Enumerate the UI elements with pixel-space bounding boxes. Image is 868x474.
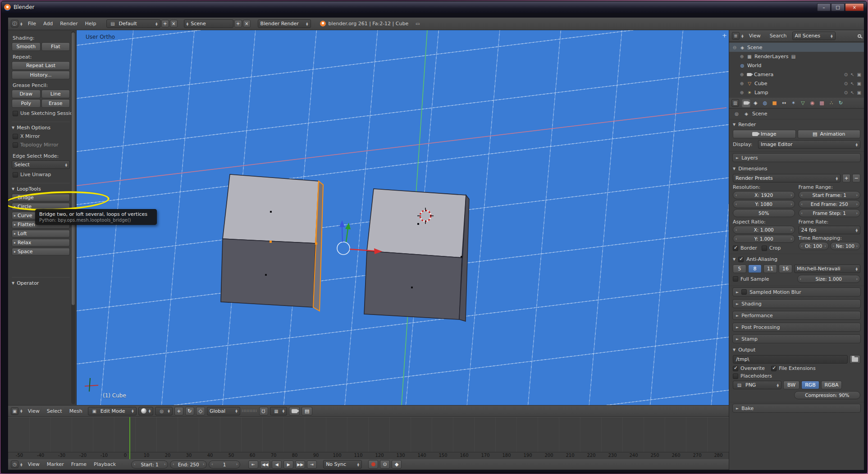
- cube-right-top-face[interactable]: [367, 189, 466, 258]
- aa-size-field[interactable]: ‹Size: 1.000›: [797, 275, 861, 283]
- 3d-viewport[interactable]: User Ortho (1) Cube +: [77, 30, 729, 405]
- aa-checkbox[interactable]: [738, 257, 744, 262]
- render-presets-dropdown[interactable]: Render Presets ▲▼: [733, 174, 841, 182]
- bake-panel-header[interactable]: ►Bake: [732, 404, 861, 413]
- start-frame-field[interactable]: ‹Start Frame: 1›: [799, 191, 861, 199]
- stamp-panel-header[interactable]: ►Stamp: [732, 334, 861, 343]
- expand-arrow-icon[interactable]: ▸: [14, 223, 16, 227]
- delete-layout-button[interactable]: ×: [170, 20, 178, 27]
- collapse-icon[interactable]: ⊖: [732, 45, 737, 50]
- pin-icon[interactable]: ◎: [733, 110, 740, 118]
- selectability-icon[interactable]: ↖: [850, 72, 854, 77]
- play-button[interactable]: ▶: [283, 460, 293, 469]
- editor-chooser-arrows-icon[interactable]: ▲▼: [20, 409, 23, 413]
- motion-blur-panel-header[interactable]: ► Sampled Motion Blur: [732, 287, 861, 296]
- line-button[interactable]: Line: [41, 90, 70, 98]
- delete-scene-button[interactable]: ×: [243, 20, 251, 27]
- compression-slider[interactable]: Compression: 90%: [794, 391, 860, 399]
- scene-dropdown[interactable]: ▲▼ Scene: [184, 19, 233, 28]
- expand-arrow-icon[interactable]: ▸: [14, 205, 16, 209]
- render-image-button[interactable]: Image: [733, 130, 796, 138]
- anti-aliasing-panel-header[interactable]: ▼ Anti-Aliasing: [729, 254, 864, 264]
- aa-samples-8-button[interactable]: 8: [748, 264, 762, 273]
- flat-button[interactable]: Flat: [41, 42, 70, 51]
- face-dot[interactable]: [265, 274, 267, 276]
- border-checkbox[interactable]: Border: [733, 245, 757, 251]
- menu-item[interactable]: View: [24, 460, 43, 468]
- looptools-button[interactable]: ▸ Loft: [12, 230, 70, 237]
- render-opengl-anim-button[interactable]: ▤: [302, 407, 312, 415]
- motion-blur-checkbox[interactable]: [741, 289, 747, 295]
- layers-panel-header[interactable]: ►Layers: [732, 153, 861, 162]
- modifiers-tab[interactable]: ✶: [789, 99, 798, 107]
- face-dot[interactable]: [411, 287, 413, 288]
- world-tab[interactable]: ◍: [761, 99, 769, 107]
- outliner-row-world[interactable]: ◍ World: [729, 61, 864, 70]
- window-duplicate-icon[interactable]: ▭: [414, 20, 421, 27]
- output-path-field[interactable]: /tmp\: [733, 355, 848, 364]
- aa-filter-dropdown[interactable]: Mitchell-Netravali ▲▼: [794, 264, 860, 273]
- shading-panel-header[interactable]: ►Shading: [732, 299, 861, 308]
- rgb-button[interactable]: RGB: [801, 381, 819, 389]
- titlebar[interactable]: Blender – □ ×: [1, 1, 867, 13]
- outliner-display-dropdown[interactable]: All Scenes ▲▼: [792, 32, 836, 40]
- repeat-last-button[interactable]: Repeat Last: [12, 61, 70, 70]
- resolution-y-field[interactable]: ‹Y: 1080›: [733, 200, 795, 208]
- render-panel-header[interactable]: ▼Render: [729, 119, 864, 129]
- menu-item[interactable]: Marker: [43, 460, 68, 468]
- next-keyframe-button[interactable]: ▶▶: [295, 460, 305, 469]
- looptools-panel-header[interactable]: ▼ LoopTools: [12, 183, 70, 192]
- outliner-row-camera[interactable]: ⊕ Camera ⊙ ↖ ▣: [729, 70, 864, 79]
- looptools-button[interactable]: ▸ Space: [12, 248, 70, 255]
- looptools-button[interactable]: ▸ Bridge: [12, 194, 70, 201]
- manipulator-translate-button[interactable]: +: [174, 407, 183, 415]
- render-animation-button[interactable]: ▤ Animation: [798, 130, 861, 138]
- menu-item[interactable]: Add: [40, 20, 56, 27]
- fps-dropdown[interactable]: 24 fps ▲▼: [799, 226, 861, 234]
- orientation-dropdown[interactable]: Global ▲▼: [207, 407, 240, 415]
- viewport-shading-dropdown[interactable]: ▲▼: [138, 407, 154, 415]
- snap-element-dropdown[interactable]: ▦ ▲▼: [270, 407, 288, 415]
- expand-arrow-icon[interactable]: ▸: [14, 250, 16, 254]
- play-reverse-button[interactable]: ◀: [272, 460, 282, 469]
- overwrite-checkbox[interactable]: Overwrite: [733, 365, 765, 371]
- add-preset-button[interactable]: +: [842, 174, 850, 182]
- menu-item[interactable]: View: [24, 407, 43, 415]
- object-tab[interactable]: ■: [770, 99, 779, 107]
- end-frame-field[interactable]: ‹End Frame: 250›: [799, 200, 861, 208]
- aspect-x-field[interactable]: ‹X: 1.000›: [733, 226, 795, 234]
- placeholders-checkbox[interactable]: Placeholders: [733, 373, 772, 379]
- expand-arrow-icon[interactable]: ▸: [14, 196, 16, 200]
- remap-new-field[interactable]: ‹Ne: 100›: [830, 242, 860, 250]
- expand-arrow-icon[interactable]: ▸: [14, 241, 16, 245]
- selectability-icon[interactable]: ↖: [850, 90, 854, 95]
- editor-chooser-arrows-icon[interactable]: ▲▼: [20, 463, 23, 466]
- selectability-icon[interactable]: ↖: [850, 81, 854, 86]
- post-processing-panel-header[interactable]: ►Post Processing: [732, 323, 861, 332]
- aspect-y-field[interactable]: ‹Y: 1.000›: [733, 235, 795, 243]
- resolution-percent-slider[interactable]: 50%: [733, 209, 795, 217]
- smooth-button[interactable]: Smooth: [12, 42, 41, 51]
- timeline-ruler[interactable]: -50-40-30-20-100102030405060708090100110…: [8, 452, 729, 459]
- add-layout-button[interactable]: +: [161, 20, 169, 27]
- expand-icon[interactable]: ⊕: [739, 72, 745, 77]
- region-expand-icon[interactable]: +: [722, 32, 727, 39]
- viewport-scene[interactable]: [77, 30, 726, 405]
- sync-dropdown[interactable]: No Sync ▲▼: [323, 460, 362, 469]
- snap-toggle-button[interactable]: Ω: [259, 407, 268, 415]
- selected-vertex-dot[interactable]: [315, 242, 317, 245]
- remove-preset-button[interactable]: −: [852, 174, 860, 182]
- current-frame-indicator[interactable]: [129, 417, 130, 459]
- close-button[interactable]: ×: [845, 3, 864, 11]
- cube-right-front-face[interactable]: [364, 251, 462, 319]
- expand-icon[interactable]: ⊕: [739, 54, 745, 59]
- aa-samples-11-button[interactable]: 11: [763, 264, 777, 273]
- crop-checkbox[interactable]: Crop: [762, 245, 781, 251]
- add-scene-button[interactable]: +: [234, 20, 242, 27]
- menu-item[interactable]: File: [24, 20, 40, 27]
- renderability-icon[interactable]: ▣: [857, 90, 861, 95]
- selected-vertex-dot[interactable]: [270, 241, 272, 243]
- visibility-eye-icon[interactable]: ⊙: [844, 90, 848, 95]
- manipulator-rotate-button[interactable]: ↻: [185, 407, 194, 415]
- menu-item[interactable]: Select: [43, 407, 66, 415]
